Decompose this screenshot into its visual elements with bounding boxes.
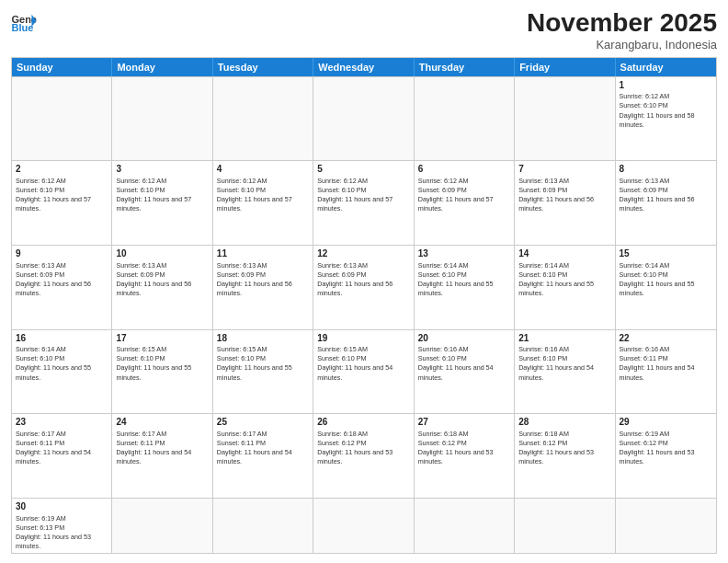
calendar-cell-0-3 (313, 77, 414, 161)
calendar-cell-0-2 (213, 77, 313, 161)
calendar-cell-0-4 (415, 77, 515, 161)
cell-info: Sunrise: 6:12 AM Sunset: 6:10 PM Dayligh… (217, 177, 292, 213)
calendar-cell-2-2: 11Sunrise: 6:13 AM Sunset: 6:09 PM Dayli… (213, 246, 313, 329)
cell-info: Sunrise: 6:15 AM Sunset: 6:10 PM Dayligh… (317, 345, 392, 381)
cell-info: Sunrise: 6:13 AM Sunset: 6:09 PM Dayligh… (518, 177, 594, 213)
calendar-cell-5-1 (112, 499, 212, 553)
day-number: 22 (620, 332, 712, 345)
header-monday: Monday (112, 58, 212, 76)
calendar-cell-5-5 (515, 499, 615, 553)
calendar-cell-0-1 (112, 77, 212, 161)
cell-info: Sunrise: 6:16 AM Sunset: 6:10 PM Dayligh… (518, 345, 594, 381)
day-number: 29 (620, 416, 712, 429)
day-number: 5 (317, 163, 409, 176)
cell-info: Sunrise: 6:18 AM Sunset: 6:12 PM Dayligh… (317, 430, 392, 465)
day-number: 15 (620, 247, 712, 260)
cell-info: Sunrise: 6:13 AM Sunset: 6:09 PM Dayligh… (116, 261, 191, 297)
calendar: Sunday Monday Tuesday Wednesday Thursday… (11, 57, 717, 554)
header-wednesday: Wednesday (313, 58, 414, 76)
calendar-cell-3-2: 18Sunrise: 6:15 AM Sunset: 6:10 PM Dayli… (213, 330, 313, 414)
calendar-row-0: 1Sunrise: 6:12 AM Sunset: 6:10 PM Daylig… (12, 76, 716, 161)
header-friday: Friday (515, 58, 615, 76)
day-number: 8 (620, 163, 712, 176)
calendar-header: Sunday Monday Tuesday Wednesday Thursday… (12, 58, 716, 76)
calendar-cell-1-4: 6Sunrise: 6:12 AM Sunset: 6:09 PM Daylig… (415, 161, 515, 245)
day-number: 27 (418, 416, 510, 429)
calendar-cell-0-6: 1Sunrise: 6:12 AM Sunset: 6:10 PM Daylig… (616, 77, 716, 161)
svg-text:Blue: Blue (11, 22, 33, 33)
cell-info: Sunrise: 6:13 AM Sunset: 6:09 PM Dayligh… (16, 261, 91, 297)
day-number: 26 (317, 416, 409, 429)
calendar-row-5: 30Sunrise: 6:19 AM Sunset: 6:13 PM Dayli… (12, 498, 716, 553)
title-block: November 2025 Karangbaru, Indonesia (527, 9, 717, 52)
calendar-cell-5-6 (616, 499, 716, 553)
day-number: 14 (518, 247, 610, 260)
cell-info: Sunrise: 6:13 AM Sunset: 6:09 PM Dayligh… (620, 177, 695, 213)
day-number: 1 (620, 79, 712, 92)
calendar-cell-1-2: 4Sunrise: 6:12 AM Sunset: 6:10 PM Daylig… (213, 161, 313, 245)
calendar-row-3: 16Sunrise: 6:14 AM Sunset: 6:10 PM Dayli… (12, 329, 716, 414)
cell-info: Sunrise: 6:13 AM Sunset: 6:09 PM Dayligh… (317, 261, 392, 297)
calendar-row-1: 2Sunrise: 6:12 AM Sunset: 6:10 PM Daylig… (12, 160, 716, 245)
calendar-cell-3-6: 22Sunrise: 6:16 AM Sunset: 6:11 PM Dayli… (616, 330, 716, 414)
day-number: 20 (418, 332, 510, 345)
header: General Blue November 2025 Karangbaru, I… (11, 9, 717, 52)
cell-info: Sunrise: 6:13 AM Sunset: 6:09 PM Dayligh… (217, 261, 292, 297)
calendar-cell-4-0: 23Sunrise: 6:17 AM Sunset: 6:11 PM Dayli… (12, 414, 112, 498)
cell-info: Sunrise: 6:12 AM Sunset: 6:10 PM Dayligh… (317, 177, 392, 213)
cell-info: Sunrise: 6:15 AM Sunset: 6:10 PM Dayligh… (217, 345, 292, 381)
day-number: 2 (16, 163, 108, 176)
cell-info: Sunrise: 6:17 AM Sunset: 6:11 PM Dayligh… (116, 430, 191, 465)
calendar-cell-3-1: 17Sunrise: 6:15 AM Sunset: 6:10 PM Dayli… (112, 330, 212, 414)
logo-icon: General Blue (11, 13, 37, 33)
header-thursday: Thursday (415, 58, 515, 76)
calendar-cell-5-2 (213, 499, 313, 553)
calendar-row-2: 9Sunrise: 6:13 AM Sunset: 6:09 PM Daylig… (12, 245, 716, 329)
calendar-row-4: 23Sunrise: 6:17 AM Sunset: 6:11 PM Dayli… (12, 413, 716, 498)
calendar-cell-2-4: 13Sunrise: 6:14 AM Sunset: 6:10 PM Dayli… (415, 246, 515, 329)
day-number: 19 (317, 332, 409, 345)
day-number: 23 (16, 416, 108, 429)
calendar-cell-4-2: 25Sunrise: 6:17 AM Sunset: 6:11 PM Dayli… (213, 414, 313, 498)
calendar-cell-0-5 (515, 77, 615, 161)
cell-info: Sunrise: 6:16 AM Sunset: 6:11 PM Dayligh… (620, 345, 695, 381)
calendar-cell-4-5: 28Sunrise: 6:18 AM Sunset: 6:12 PM Dayli… (515, 414, 615, 498)
day-number: 30 (16, 500, 108, 513)
cell-info: Sunrise: 6:18 AM Sunset: 6:12 PM Dayligh… (418, 430, 494, 465)
cell-info: Sunrise: 6:15 AM Sunset: 6:10 PM Dayligh… (116, 345, 191, 381)
cell-info: Sunrise: 6:14 AM Sunset: 6:10 PM Dayligh… (418, 261, 494, 297)
day-number: 21 (518, 332, 610, 345)
calendar-cell-4-1: 24Sunrise: 6:17 AM Sunset: 6:11 PM Dayli… (112, 414, 212, 498)
page: General Blue November 2025 Karangbaru, I… (0, 0, 728, 563)
calendar-cell-1-6: 8Sunrise: 6:13 AM Sunset: 6:09 PM Daylig… (616, 161, 716, 245)
day-number: 10 (116, 247, 208, 260)
month-title: November 2025 (527, 9, 717, 38)
calendar-cell-2-0: 9Sunrise: 6:13 AM Sunset: 6:09 PM Daylig… (12, 246, 112, 329)
cell-info: Sunrise: 6:14 AM Sunset: 6:10 PM Dayligh… (518, 261, 594, 297)
cell-info: Sunrise: 6:12 AM Sunset: 6:10 PM Dayligh… (16, 177, 91, 213)
day-number: 12 (317, 247, 409, 260)
header-saturday: Saturday (616, 58, 716, 76)
calendar-cell-2-5: 14Sunrise: 6:14 AM Sunset: 6:10 PM Dayli… (515, 246, 615, 329)
day-number: 11 (217, 247, 309, 260)
calendar-cell-3-3: 19Sunrise: 6:15 AM Sunset: 6:10 PM Dayli… (313, 330, 414, 414)
cell-info: Sunrise: 6:17 AM Sunset: 6:11 PM Dayligh… (16, 430, 91, 465)
cell-info: Sunrise: 6:12 AM Sunset: 6:09 PM Dayligh… (418, 177, 494, 213)
day-number: 6 (418, 163, 510, 176)
cell-info: Sunrise: 6:16 AM Sunset: 6:10 PM Dayligh… (418, 345, 494, 381)
calendar-cell-5-4 (415, 499, 515, 553)
calendar-cell-4-6: 29Sunrise: 6:19 AM Sunset: 6:12 PM Dayli… (616, 414, 716, 498)
day-number: 28 (518, 416, 610, 429)
calendar-cell-2-6: 15Sunrise: 6:14 AM Sunset: 6:10 PM Dayli… (616, 246, 716, 329)
cell-info: Sunrise: 6:12 AM Sunset: 6:10 PM Dayligh… (116, 177, 191, 213)
header-sunday: Sunday (12, 58, 112, 76)
calendar-cell-2-3: 12Sunrise: 6:13 AM Sunset: 6:09 PM Dayli… (313, 246, 414, 329)
day-number: 13 (418, 247, 510, 260)
calendar-cell-2-1: 10Sunrise: 6:13 AM Sunset: 6:09 PM Dayli… (112, 246, 212, 329)
day-number: 3 (116, 163, 208, 176)
calendar-cell-0-0 (12, 77, 112, 161)
calendar-cell-5-3 (313, 499, 414, 553)
calendar-body: 1Sunrise: 6:12 AM Sunset: 6:10 PM Daylig… (12, 76, 716, 553)
calendar-cell-1-1: 3Sunrise: 6:12 AM Sunset: 6:10 PM Daylig… (112, 161, 212, 245)
calendar-cell-1-5: 7Sunrise: 6:13 AM Sunset: 6:09 PM Daylig… (515, 161, 615, 245)
